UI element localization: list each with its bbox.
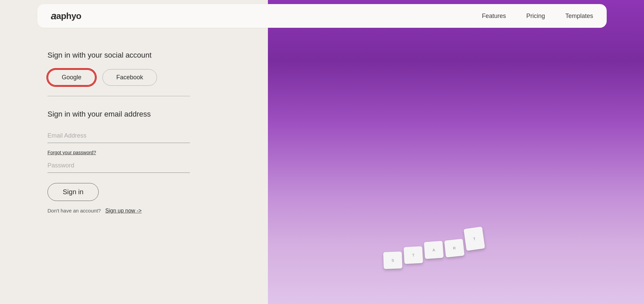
signin-button[interactable]: Sign in <box>47 183 99 201</box>
key-t2: T <box>464 226 485 251</box>
email-form-group <box>47 129 190 143</box>
forgot-password-link[interactable]: Forgot your password? <box>47 150 241 155</box>
key-a: A <box>424 241 444 259</box>
no-account-text: Don't have an account? <box>47 208 101 214</box>
divider <box>47 96 190 96</box>
nav-pricing[interactable]: Pricing <box>526 13 545 20</box>
email-signin-section: Sign in with your email address Forgot y… <box>47 110 241 214</box>
email-signin-title: Sign in with your email address <box>47 110 241 119</box>
key-t1: T <box>404 246 423 264</box>
right-panel: S T A R T <box>268 0 644 304</box>
social-buttons: Google Facebook <box>47 69 241 86</box>
google-signin-button[interactable]: Google <box>47 69 96 86</box>
signup-link[interactable]: Sign up now -> <box>105 208 142 214</box>
key-r: R <box>444 239 465 257</box>
password-form-group <box>47 159 190 173</box>
social-signin-section: Sign in with your social account Google … <box>47 44 241 110</box>
email-input[interactable] <box>47 129 190 143</box>
logo[interactable]: aaphyo <box>51 10 81 22</box>
social-signin-title: Sign in with your social account <box>47 51 241 60</box>
nav-features[interactable]: Features <box>482 13 506 20</box>
hero-image: S T A R T <box>268 0 644 304</box>
keyboard-keys: S T A R T <box>382 227 485 263</box>
left-panel: Sign in with your social account Google … <box>0 0 268 304</box>
main-nav: Features Pricing Templates <box>482 13 593 20</box>
nav-templates[interactable]: Templates <box>565 13 593 20</box>
header: aaphyo Features Pricing Templates <box>37 4 607 28</box>
key-s: S <box>383 251 403 269</box>
logo-text: aphyo <box>56 11 81 21</box>
logo-prefix: a <box>51 10 56 22</box>
signup-prompt: Don't have an account? Sign up now -> <box>47 208 241 214</box>
main-layout: Sign in with your social account Google … <box>0 0 644 304</box>
facebook-signin-button[interactable]: Facebook <box>102 69 157 86</box>
password-input[interactable] <box>47 159 190 173</box>
